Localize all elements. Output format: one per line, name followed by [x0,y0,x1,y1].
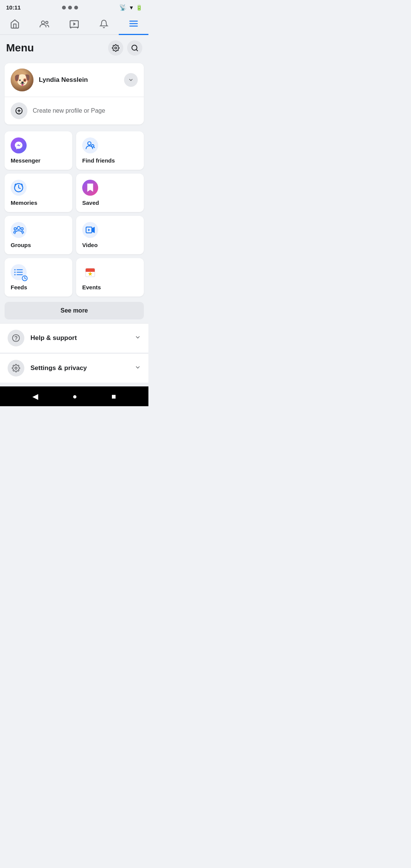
settings-privacy-label: Settings & privacy [30,364,135,372]
cast-icon: 📡 [119,4,127,11]
messenger-icon [11,137,27,153]
svg-point-38 [15,367,17,369]
wifi-icon: ▼ [129,5,134,11]
video-label: Video [82,242,138,248]
watch-icon [69,19,79,30]
svg-point-15 [88,142,91,145]
profile-row[interactable]: Lyndia Nesslein [5,63,144,97]
groups-icon [11,222,27,238]
home-button[interactable]: ● [72,392,77,401]
svg-point-29 [14,271,16,273]
settings-button[interactable] [108,40,123,56]
see-more-button[interactable]: See more [5,302,144,319]
profile-name: Lyndia Nesslein [39,76,124,84]
memories-icon [11,180,27,196]
menu-icon [129,19,139,30]
menu-item-events[interactable]: Events [76,258,144,297]
nav-item-menu[interactable] [119,16,148,35]
page-header: Menu [0,35,148,60]
recents-button[interactable]: ■ [112,392,116,401]
bell-icon [99,19,108,30]
status-dot-2 [68,6,72,10]
svg-point-28 [14,269,16,270]
memories-label: Memories [11,199,66,206]
menu-item-groups[interactable]: Groups [5,216,72,254]
page-title: Menu [6,42,34,54]
feeds-icon [11,264,27,280]
svg-marker-24 [88,229,90,231]
find-friends-label: Find friends [82,157,138,164]
status-right-icons: 📡 ▼ 🔋 [119,4,142,11]
status-dot-1 [62,6,66,10]
help-chevron-icon [135,334,141,342]
status-icons [62,6,78,10]
profile-card: Lyndia Nesslein Create new profile or Pa… [5,63,144,124]
home-icon [10,19,20,30]
menu-item-saved[interactable]: Saved [76,174,144,212]
svg-marker-23 [92,228,94,233]
create-profile-label: Create new profile or Page [33,107,105,114]
svg-point-37 [16,340,16,340]
create-profile-icon [11,102,27,119]
svg-point-1 [46,21,48,24]
profile-dropdown-button[interactable] [124,73,138,87]
svg-point-20 [14,228,16,230]
svg-line-11 [136,49,138,51]
svg-line-5 [78,27,78,28]
settings-chevron-icon [135,364,141,372]
avatar [11,69,33,91]
svg-point-0 [41,21,45,24]
find-friends-icon [82,137,98,153]
search-button[interactable] [127,40,142,56]
status-dot-3 [74,6,78,10]
menu-item-feeds[interactable]: Feeds [5,258,72,297]
svg-point-9 [115,47,117,49]
help-support-row[interactable]: Help & support [0,323,148,353]
events-icon [82,264,98,280]
svg-marker-3 [73,22,76,26]
back-button[interactable]: ◀ [32,392,38,401]
menu-grid: Messenger Find friends Memories [0,128,148,300]
menu-item-memories[interactable]: Memories [5,174,72,212]
events-label: Events [82,284,138,290]
messenger-label: Messenger [11,157,66,164]
settings-privacy-icon [8,360,24,377]
battery-icon: 🔋 [136,5,142,11]
svg-line-4 [70,27,71,28]
svg-line-17 [94,147,94,148]
friends-icon [39,19,50,30]
nav-item-home[interactable] [0,16,30,34]
saved-label: Saved [82,199,138,206]
svg-point-30 [14,274,16,275]
svg-point-21 [21,228,23,230]
header-icons [108,40,142,56]
groups-label: Groups [11,242,66,248]
menu-item-messenger[interactable]: Messenger [5,131,72,170]
help-support-label: Help & support [30,334,135,342]
menu-item-video[interactable]: Video [76,216,144,254]
status-time: 10:11 [6,4,21,11]
svg-point-19 [17,227,20,230]
create-profile-row[interactable]: Create new profile or Page [5,97,144,124]
nav-item-friends[interactable] [30,16,59,34]
saved-icon [82,180,98,196]
menu-item-find-friends[interactable]: Find friends [76,131,144,170]
video-icon [82,222,98,238]
feeds-label: Feeds [11,284,66,290]
status-bar: 10:11 📡 ▼ 🔋 [0,0,148,13]
avatar-image [11,69,33,91]
settings-privacy-row[interactable]: Settings & privacy [0,353,148,383]
see-more-label: See more [61,307,88,314]
nav-item-watch[interactable] [59,16,89,34]
nav-item-notifications[interactable] [89,16,119,34]
nav-bar [0,13,148,35]
system-nav-bar: ◀ ● ■ [0,386,148,406]
help-icon [8,330,24,346]
